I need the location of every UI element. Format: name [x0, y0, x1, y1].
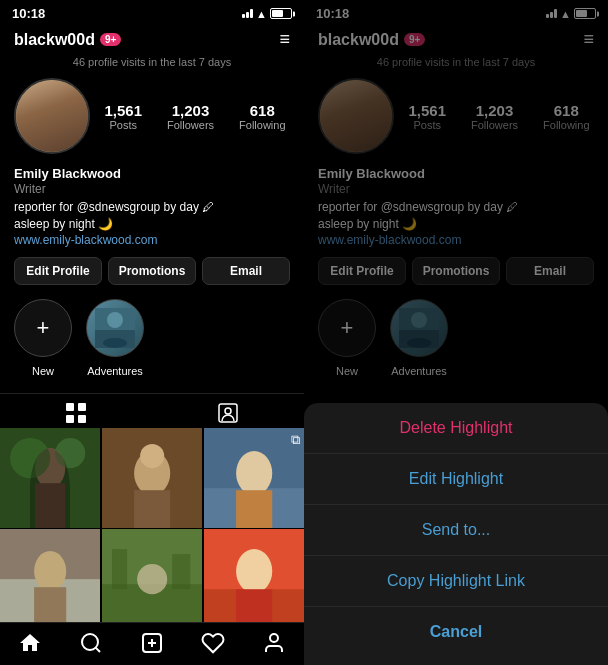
- stat-following-left: 618 Following: [239, 102, 285, 131]
- svg-point-36: [82, 634, 98, 650]
- highlight-adventures-label-left: Adventures: [87, 365, 143, 377]
- add-nav-left[interactable]: [122, 631, 183, 655]
- username-area-left: blackw00d 9+: [14, 31, 121, 49]
- promotions-button-left[interactable]: Promotions: [108, 257, 196, 285]
- profile-header-left: blackw00d 9+ ≡: [0, 25, 304, 56]
- photo-cell-3[interactable]: [204, 428, 304, 528]
- followers-label-left: Followers: [167, 119, 214, 131]
- edit-highlight-item[interactable]: Edit Highlight: [304, 454, 608, 505]
- username-left: blackw00d: [14, 31, 95, 49]
- heart-nav-left[interactable]: [182, 631, 243, 655]
- svg-rect-6: [66, 415, 74, 423]
- action-buttons-left: Edit Profile Promotions Email: [0, 257, 304, 285]
- svg-point-14: [55, 438, 85, 468]
- svg-rect-7: [78, 415, 86, 423]
- notification-badge-left[interactable]: 9+: [100, 33, 121, 46]
- status-icons-left: ▲: [242, 8, 292, 20]
- search-nav-left[interactable]: [61, 631, 122, 655]
- battery-icon: [270, 8, 292, 19]
- highlight-adventures-left[interactable]: Adventures: [86, 299, 144, 379]
- photo-cell-6[interactable]: [204, 529, 304, 629]
- highlight-new-label-left: New: [32, 365, 54, 377]
- bio-title-left: Writer: [14, 182, 290, 196]
- bio-name-left: Emily Blackwood: [14, 166, 290, 181]
- bio-section-left: Emily Blackwood Writer reporter for @sdn…: [0, 166, 304, 247]
- highlight-adventures-circle-left: [86, 299, 144, 357]
- svg-point-2: [107, 312, 123, 328]
- avatar-left: [14, 78, 90, 154]
- svg-rect-30: [112, 550, 127, 590]
- svg-point-25: [34, 552, 66, 592]
- svg-rect-4: [66, 403, 74, 411]
- bottom-nav-left: [0, 622, 304, 665]
- left-phone-panel: 10:18 ▲ blackw00d 9+ ≡ 46 profile visits…: [0, 0, 304, 665]
- following-number-left: 618: [239, 102, 285, 119]
- plus-icon-left: +: [37, 315, 50, 341]
- svg-rect-31: [172, 555, 190, 590]
- svg-rect-10: [0, 428, 100, 528]
- svg-point-34: [236, 550, 272, 594]
- svg-rect-17: [134, 490, 170, 528]
- stat-posts-left: 1,561 Posts: [104, 102, 142, 131]
- stats-left: 1,561 Posts 1,203 Followers 618 Followin…: [100, 102, 290, 131]
- wifi-icon: ▲: [256, 8, 267, 20]
- followers-number-left: 1,203: [167, 102, 214, 119]
- svg-rect-5: [78, 403, 86, 411]
- home-nav-left[interactable]: [0, 631, 61, 655]
- svg-rect-12: [35, 483, 65, 528]
- svg-point-13: [10, 438, 50, 478]
- posts-label-left: Posts: [104, 119, 142, 131]
- svg-line-37: [96, 648, 100, 652]
- time-left: 10:18: [12, 6, 45, 21]
- photo-cell-2[interactable]: [102, 428, 202, 528]
- photo-cell-1[interactable]: [0, 428, 100, 528]
- photo-cell-4[interactable]: [0, 529, 100, 629]
- grid-tab-left[interactable]: [0, 402, 152, 424]
- email-button-left[interactable]: Email: [202, 257, 290, 285]
- photo-cell-5[interactable]: [102, 529, 202, 629]
- posts-number-left: 1,561: [104, 102, 142, 119]
- profile-visits-left: 46 profile visits in the last 7 days: [0, 56, 304, 68]
- profile-nav-left[interactable]: [243, 631, 304, 655]
- tagged-tab-left[interactable]: [152, 402, 304, 424]
- edit-profile-button-left[interactable]: Edit Profile: [14, 257, 102, 285]
- send-to-item[interactable]: Send to...: [304, 505, 608, 556]
- bio-link-left[interactable]: www.emily-blackwood.com: [14, 233, 290, 247]
- svg-rect-22: [236, 490, 272, 528]
- svg-point-29: [137, 565, 167, 595]
- highlights-left: + New Adventures: [0, 299, 304, 379]
- bio-line2-left: asleep by night 🌙: [14, 216, 290, 233]
- svg-point-21: [236, 451, 272, 495]
- profile-stats-left: 1,561 Posts 1,203 Followers 618 Followin…: [0, 78, 304, 154]
- cancel-item[interactable]: Cancel: [304, 607, 608, 657]
- signal-icon: [242, 9, 253, 18]
- menu-icon-left[interactable]: ≡: [279, 29, 290, 50]
- following-label-left: Following: [239, 119, 285, 131]
- photo-grid-left: [0, 428, 304, 630]
- svg-point-3: [103, 338, 127, 348]
- highlight-new-left[interactable]: + New: [14, 299, 72, 379]
- delete-highlight-item[interactable]: Delete Highlight: [304, 403, 608, 454]
- svg-point-41: [270, 634, 278, 642]
- bio-line1-left: reporter for @sdnewsgroup by day 🖊: [14, 199, 290, 216]
- highlight-new-circle-left: +: [14, 299, 72, 357]
- stat-followers-left: 1,203 Followers: [167, 102, 214, 131]
- context-menu: Delete Highlight Edit Highlight Send to.…: [304, 403, 608, 665]
- svg-point-9: [225, 408, 231, 414]
- tab-bar-left: [0, 393, 304, 428]
- svg-point-11: [35, 448, 65, 488]
- svg-point-18: [140, 444, 164, 468]
- copy-highlight-link-item[interactable]: Copy Highlight Link: [304, 556, 608, 607]
- right-phone-panel: 10:18 ▲ blackw00d 9+ ≡ 46 profile visits…: [304, 0, 608, 665]
- status-bar-left: 10:18 ▲: [0, 0, 304, 25]
